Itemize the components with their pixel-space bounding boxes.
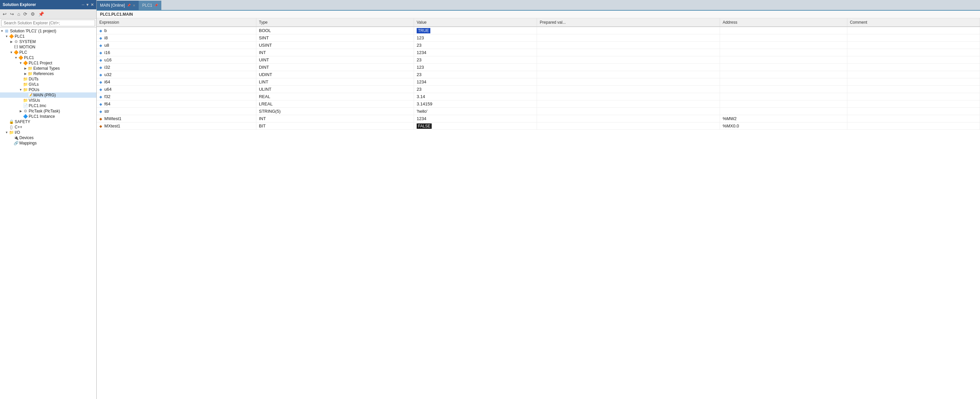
search-input[interactable] [2,20,95,26]
tree-item-gvls[interactable]: 📁 GVLs [0,82,96,87]
cell-address-11 [720,108,847,115]
tree-item-plc1project[interactable]: ▼ 🔶 PLC1 Project [0,61,96,66]
tab-label-plc1: PLC1 [142,3,152,8]
tree-item-visus[interactable]: 📁 VISUs [0,98,96,103]
tree-item-plc1tmc[interactable]: 📄 PLC1.tmc [0,103,96,109]
refresh-button[interactable]: ⟳ [22,11,29,18]
tree-item-plc[interactable]: ▼ 🔶 PLC [0,50,96,55]
cell-prepared-6 [537,71,720,78]
settings-button[interactable]: ⚙ [29,11,37,18]
tree-arrow-plc[interactable]: ▼ [10,51,13,54]
cell-value-8: 23 [414,86,537,93]
tree-icon-devices: 🔌 [13,136,19,140]
tab-close-main-online[interactable]: ✕ [133,4,135,7]
table-row[interactable]: ◆ u16UINT23 [97,56,980,64]
dropdown-icon[interactable]: ▼ [86,3,89,7]
back-button[interactable]: ↩ [2,11,8,18]
table-row[interactable]: ◆ strSTRING(5)'hello' [97,108,980,115]
tree-label-duts: DUTs [29,77,38,81]
table-row[interactable]: ◆ MWtest1INT1234%MW2 [97,115,980,123]
table-row[interactable]: ◆ i8SINT123 [97,34,980,42]
pin-toolbar-button[interactable]: 📌 [37,11,45,18]
tree-arrow-plc1[interactable]: ▼ [14,56,18,59]
sidebar-tree: ▼ ⊞ Solution 'PLC1' (1 project) ▼ 🔶 PLC1… [0,28,96,399]
table-row[interactable]: ◆ i32DINT123 [97,64,980,71]
tree-arrow-externaltypes[interactable]: ▶ [23,67,27,70]
table-row[interactable]: ◆ f32REAL3.14 [97,93,980,101]
tree-icon-duts: 📁 [23,77,28,81]
table-row[interactable]: ◆ u32UDINT23 [97,71,980,78]
tab-plc1[interactable]: PLC1📌 [139,1,161,10]
expression-icon-5: ◆ [99,65,103,69]
tree-item-system[interactable]: ▶ ⚙ SYSTEM [0,39,96,45]
tree-icon-references: 📁 [27,72,33,76]
table-row[interactable]: ◆ MXtest1BITFALSE%MX0.0 [97,123,980,130]
tree-item-plc1instance[interactable]: 🔷 PLC1 Instance [0,114,96,119]
tree-label-main: MAIN (PRG) [33,93,56,97]
tree-arrow-system[interactable]: ▶ [10,40,13,43]
pin-icon[interactable]: ─ [82,3,84,7]
table-row[interactable]: ◆ i64LINT1234 [97,78,980,86]
tree-item-motion[interactable]: 🎞 MOTION [0,45,96,50]
tree-arrow-plctask[interactable]: ▶ [19,109,23,113]
cell-comment-8 [847,86,980,93]
tree-item-plc1[interactable]: ▼ 🔶 PLC1 [0,55,96,61]
cell-value-3: 1234 [414,49,537,56]
cell-address-0 [720,27,847,34]
variables-table: ExpressionTypeValuePrepared val...Addres… [97,18,980,130]
tree-label-pous: POUs [29,88,39,92]
tree-arrow-references[interactable]: ▶ [23,72,27,75]
tree-arrow-pous[interactable]: ▼ [19,88,23,91]
tree-item-plc1-root[interactable]: ▼ 🔶 PLC1 [0,34,96,39]
tab-main-online[interactable]: MAIN [Online]📌✕ [97,1,139,10]
tree-item-mappings[interactable]: 🔗 Mappings [0,140,96,146]
tree-label-plc1: PLC1 [24,55,34,60]
expression-icon-4: ◆ [99,58,103,62]
tab-pin-plc1[interactable]: 📌 [154,4,158,7]
table-row[interactable]: ◆ bBOOLTRUE [97,27,980,34]
content-area: MAIN [Online]📌✕PLC1📌 PLC1.PLC1.MAIN Expr… [97,0,980,399]
cell-value-10: 3.14159 [414,101,537,108]
cell-expression-5: ◆ i32 [97,64,256,71]
value-badge-true-0: TRUE [417,28,430,34]
table-row[interactable]: ◆ u8USINT23 [97,42,980,49]
tree-label-externaltypes: External Types [33,66,60,71]
forward-button[interactable]: ↪ [9,11,15,18]
tree-label-plc1-root: PLC1 [15,34,25,39]
tab-label-main-online: MAIN [Online] [100,3,125,8]
cell-type-9: REAL [256,93,414,101]
cell-comment-3 [847,49,980,56]
tree-arrow-plc1project[interactable]: ▼ [19,61,23,65]
tree-arrow-solution[interactable]: ▼ [0,29,4,33]
cell-prepared-11 [537,108,720,115]
tree-item-duts[interactable]: 📁 DUTs [0,77,96,82]
cell-value-9: 3.14 [414,93,537,101]
tree-item-plctask[interactable]: ▶ ⚙ PlcTask (PlcTask) [0,109,96,114]
cell-value-1: 123 [414,34,537,42]
cell-type-4: UINT [256,56,414,64]
tree-item-externaltypes[interactable]: ▶ 📁 External Types [0,66,96,71]
tree-item-main[interactable]: 📝 MAIN (PRG) [0,93,96,98]
tree-item-solution[interactable]: ▼ ⊞ Solution 'PLC1' (1 project) [0,28,96,34]
table-row[interactable]: ◆ f64LREAL3.14159 [97,101,980,108]
tree-item-safety[interactable]: 🔒 SAFETY [0,119,96,124]
expression-icon-7: ◆ [99,80,103,84]
close-icon[interactable]: ✕ [91,3,94,7]
table-row[interactable]: ◆ i16INT1234 [97,49,980,56]
tree-item-cpp[interactable]: {} C++ [0,124,96,130]
table-row[interactable]: ◆ u64ULINT23 [97,86,980,93]
cell-expression-12: ◆ MWtest1 [97,115,256,123]
cell-type-7: LINT [256,78,414,86]
tree-arrow-io[interactable]: ▼ [5,131,9,134]
tree-icon-plctask: ⚙ [23,109,28,113]
cell-address-4 [720,56,847,64]
tree-item-io[interactable]: ▼ 📁 I/O [0,130,96,135]
tree-item-references[interactable]: ▶ 📁 References [0,71,96,77]
tree-arrow-plc1-root[interactable]: ▼ [5,35,9,38]
cell-address-6 [720,71,847,78]
tree-item-devices[interactable]: 🔌 Devices [0,135,96,140]
tab-pin-main-online[interactable]: 📌 [127,4,130,7]
home-button[interactable]: ⌂ [16,11,21,18]
tree-item-pous[interactable]: ▼ 📁 POUs [0,87,96,93]
expression-icon-2: ◆ [99,43,103,47]
